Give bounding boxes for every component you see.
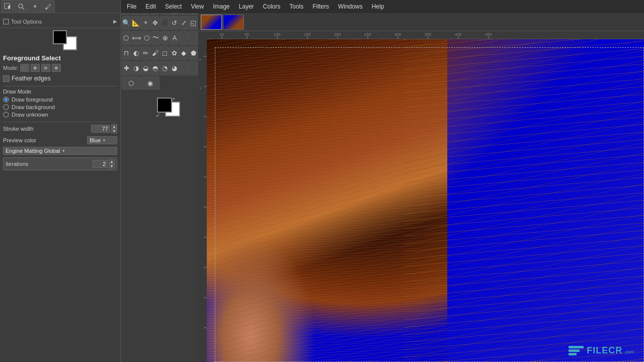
separator-1 <box>3 86 117 86</box>
flip-tool-btn[interactable]: ⟺ <box>131 31 142 44</box>
mode-row: Mode: ⬚ ⊕ ⊖ ⊗ <box>3 64 117 72</box>
feather-checkbox[interactable] <box>3 75 10 82</box>
mypaint-btn[interactable]: ⬟ <box>189 46 198 59</box>
zoom-tool-btn[interactable]: 🔍 <box>122 16 131 29</box>
mode-btn-4[interactable]: ⊗ <box>52 64 61 72</box>
mode-label: Mode: <box>3 65 19 71</box>
tool-options-title: Tool Options <box>11 19 42 25</box>
svg-point-3 <box>45 8 47 10</box>
draw-background-row[interactable]: Draw background <box>3 104 117 110</box>
cage-transform-btn[interactable]: ⬡ <box>142 31 151 44</box>
align-tool-btn[interactable]: ⌖ <box>141 16 150 29</box>
menu-windows[interactable]: Windows <box>334 2 367 11</box>
watermark: FILECR .com <box>569 345 634 356</box>
paintbrush-btn[interactable]: 🖌 <box>150 46 159 59</box>
draw-unknown-row[interactable]: Draw unknown <box>3 112 117 118</box>
measure-tool-btn[interactable]: 📐 <box>131 16 140 29</box>
stroke-width-input[interactable] <box>91 125 110 133</box>
mode-btn-1[interactable]: ⬚ <box>20 64 29 72</box>
iterations-down-btn[interactable]: ▼ <box>109 164 115 168</box>
bucket-fill-btn[interactable]: ⊓ <box>122 46 131 59</box>
menu-select[interactable]: Select <box>161 2 186 11</box>
text-tool-btn[interactable]: A <box>170 31 179 44</box>
heal-btn[interactable]: ✚ <box>122 61 131 74</box>
blend-btn[interactable]: ◐ <box>131 46 140 59</box>
ruler-left-svg: 5 1 <box>199 31 207 362</box>
menu-colors[interactable]: Colors <box>259 2 285 11</box>
move-tool-btn[interactable]: ✥ <box>150 16 159 29</box>
handle-transform-btn[interactable]: ⊕ <box>161 31 170 44</box>
perspective-tool-btn[interactable]: ⬠ <box>122 31 131 44</box>
left-panel: ⌖ Tool Options ▶ <box>0 0 199 362</box>
preview-color-dropdown[interactable]: Blue ▼ <box>87 136 117 144</box>
preview-color-row: Preview color Blue ▼ <box>3 136 117 144</box>
feather-label: Feather edges <box>12 75 50 82</box>
zoom-tool-icon[interactable] <box>15 0 28 13</box>
watermark-brand: FILECR <box>587 345 622 355</box>
svg-line-2 <box>22 8 24 10</box>
menubar: File Edit Select View Image Layer Colors… <box>121 0 644 13</box>
menu-tools[interactable]: Tools <box>285 2 307 11</box>
engine-row: Engine Matting Global ▼ <box>3 147 117 155</box>
blur-btn[interactable]: ◒ <box>141 61 150 74</box>
mode-btn-2[interactable]: ⊕ <box>31 64 40 72</box>
stroke-spinner: ▲ ▼ <box>111 124 117 133</box>
pencil-btn[interactable]: ✏ <box>141 46 150 59</box>
svg-text:200: 200 <box>334 32 341 37</box>
erase-btn[interactable]: ◻ <box>160 46 169 59</box>
menu-edit[interactable]: Edit <box>141 2 160 11</box>
paths-btn[interactable]: ⬡ <box>122 76 140 89</box>
measure-tool-icon[interactable]: ⌖ <box>28 0 41 13</box>
sharpen-btn[interactable]: ◓ <box>150 61 159 74</box>
smudge-btn[interactable]: ◔ <box>160 61 169 74</box>
empty-3 <box>179 61 188 74</box>
layer-thumb-2[interactable] <box>223 15 244 30</box>
ink-btn[interactable]: ◆ <box>179 46 188 59</box>
layer-thumb-1[interactable] <box>201 15 222 30</box>
menu-help[interactable]: Help <box>368 2 388 11</box>
tool-options-close-btn[interactable]: ▶ <box>113 19 117 24</box>
stroke-down-btn[interactable]: ▼ <box>111 129 117 133</box>
engine-dropdown[interactable]: Engine Matting Global ▼ <box>3 147 117 155</box>
scale-tool-btn[interactable]: ⤢ <box>179 16 188 29</box>
warp-transform-btn[interactable]: 〜 <box>151 31 160 44</box>
ruler-top: 10 50 100 150 200 250 300 350 400 450 <box>207 31 644 39</box>
draw-foreground-radio[interactable] <box>3 97 9 103</box>
script-btn[interactable]: ◉ <box>141 76 159 89</box>
tool-name-label: Foreground Select <box>3 54 117 62</box>
airbrush-btn[interactable]: ✿ <box>170 46 179 59</box>
draw-foreground-row[interactable]: Draw foreground <box>3 97 117 103</box>
foreground-color-swatch[interactable] <box>53 30 67 44</box>
menu-view[interactable]: View <box>187 2 208 11</box>
iterations-input[interactable] <box>93 160 108 168</box>
swap-colors-btn[interactable]: ↗ <box>171 97 175 102</box>
canvas-image[interactable] <box>207 39 644 362</box>
svg-text:300: 300 <box>394 32 401 37</box>
foreground-select-tool-icon[interactable] <box>1 0 14 13</box>
draw-unknown-radio[interactable] <box>3 112 9 118</box>
iterations-up-btn[interactable]: ▲ <box>109 159 115 164</box>
mode-btn-3[interactable]: ⊖ <box>41 64 50 72</box>
tool-options-panel: ⌖ Tool Options ▶ <box>0 0 121 362</box>
draw-background-radio[interactable] <box>3 104 9 110</box>
svg-text:10: 10 <box>219 32 224 37</box>
dodge-btn[interactable]: ◕ <box>170 61 179 74</box>
watermark-icon <box>569 346 584 355</box>
tool-options-icon <box>3 19 9 25</box>
menu-filters[interactable]: Filters <box>308 2 333 11</box>
ruler-left: 5 1 <box>199 31 207 362</box>
menu-file[interactable]: File <box>123 2 140 11</box>
stroke-up-btn[interactable]: ▲ <box>111 124 117 129</box>
reset-colors-btn[interactable]: ↙ <box>156 112 160 118</box>
ruler-top-svg: 10 50 100 150 200 250 300 350 400 450 <box>207 31 644 39</box>
canvas-container[interactable]: 10 50 100 150 200 250 300 350 400 450 5 <box>199 31 644 362</box>
draw-unknown-label: Draw unknown <box>12 112 48 118</box>
menu-image[interactable]: Image <box>209 2 233 11</box>
menu-layer[interactable]: Layer <box>235 2 258 11</box>
shear-tool-btn[interactable]: ◱ <box>189 16 198 29</box>
color-picker-icon[interactable] <box>42 0 55 13</box>
crop-tool-btn[interactable]: ⬛ <box>160 16 169 29</box>
rotate-tool-btn[interactable]: ↺ <box>170 16 179 29</box>
perspective-clone-btn[interactable]: ◑ <box>131 61 140 74</box>
fg-color-box[interactable] <box>157 98 172 113</box>
